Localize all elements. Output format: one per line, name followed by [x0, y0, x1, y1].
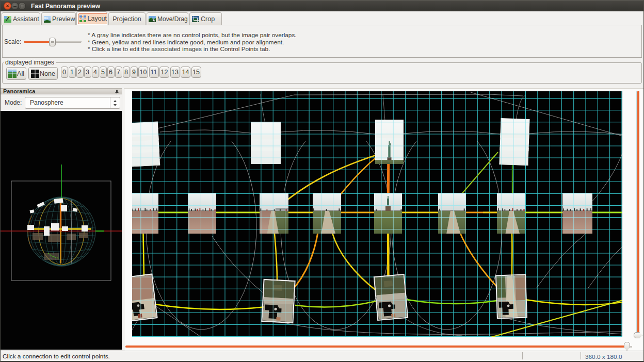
svg-text:GL: GL	[44, 17, 49, 20]
